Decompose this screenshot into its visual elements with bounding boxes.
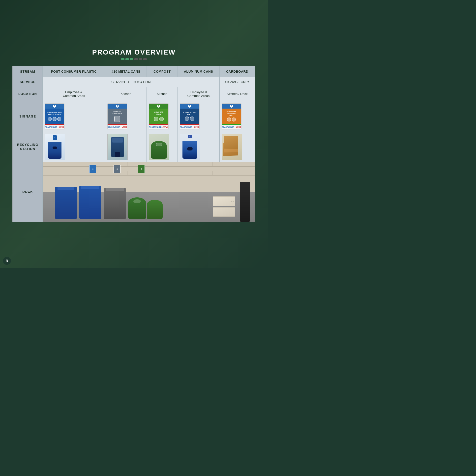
page-wrapper: PROGRAM OVERVIEW STREAM POST CONSUMER PL… (12, 46, 255, 222)
bin-photo-cardboard (222, 134, 242, 160)
location-post-consumer: Employee &Common Areas (43, 87, 105, 101)
sign-mid-post-consumer: POST-CONSUMER PLASTICS ONLY (45, 109, 64, 124)
sign-top-cardboard: R (222, 104, 241, 109)
signage-metal-cans: R #10 METAL CANS ONLY (105, 101, 147, 132)
dock-cart (240, 182, 250, 222)
recycling-station-compost (147, 132, 178, 162)
dock-row: DOCK ♻ (13, 162, 255, 222)
service-education-cell: SERVICE + EDUCATION (43, 77, 220, 87)
sign-footer-aluminum: ROADRÜNNER | UPMC (180, 125, 199, 129)
stream-label: STREAM (13, 66, 43, 77)
sign-top-blue: R (45, 104, 64, 109)
progress-dot-1 (121, 58, 124, 60)
bin-photo-compost (149, 134, 169, 160)
dock-bin-gray (104, 188, 126, 219)
sign-cardboard: R CARDBOARD RECYCLING ONLY (222, 103, 241, 129)
upmc-logo-metal: UPMC (122, 126, 127, 128)
roadrunner-logo-aluminum: ROADRÜNNER (180, 126, 192, 128)
service-row: SERVICE SERVICE + EDUCATION SIGNAGE ONLY (13, 77, 255, 87)
service-cardboard-cell: SIGNAGE ONLY (219, 77, 255, 87)
upmc-logo-compost: UPMC (163, 126, 169, 128)
program-table-container: STREAM POST CONSUMER PLASTIC #10 METAL C… (12, 66, 255, 222)
sign-post-consumer: R POST-CONSUMER PLASTICS ONLY (45, 103, 64, 129)
roadrunner-logo: ROADRÜNNER (45, 126, 58, 128)
signage-cardboard: R CARDBOARD RECYCLING ONLY (219, 101, 255, 132)
program-table: STREAM POST CONSUMER PLASTIC #10 METAL C… (13, 66, 255, 222)
sign-footer: ROADRÜNNER | UPMC (45, 125, 64, 129)
progress-dot-3 (130, 58, 133, 60)
dock-label: DOCK (13, 162, 43, 222)
dock-bin-1-lid (58, 187, 74, 190)
bin-photo-metal (107, 134, 128, 160)
roadrunner-logo-cardboard: ROADRÜNNER (222, 126, 234, 128)
location-compost: Kitchen (147, 87, 178, 101)
location-cardboard: Kitchen / Dock (219, 87, 255, 101)
location-aluminum: Employee &Common Areas (178, 87, 219, 101)
sign-aluminum: R ALUMINUM CANS ONLY (180, 103, 200, 129)
dock-bin-2: 101T008468 (79, 186, 101, 219)
recycling-station-label: RECYCLING STATION (13, 132, 43, 162)
sign-mid-aluminum: ALUMINUM CANS ONLY (180, 109, 199, 124)
brand-logo-r: R (6, 259, 8, 263)
bin-photo-aluminum: ⊟ (180, 134, 200, 160)
upmc-logo-aluminum: UPMC (194, 126, 199, 128)
dock-sign-1: ♻ (89, 165, 96, 173)
col-header-metal-cans: #10 METAL CANS (105, 66, 147, 77)
sign-top-compost: R (149, 104, 168, 109)
roadrunner-logo-metal: ROADRÜNNER (108, 126, 120, 128)
sign-mid-compost: COMPOST ONLY (149, 109, 168, 124)
dock-photo-cell: ♻ ⬡ ♻ (43, 162, 255, 222)
brand-logo-corner: R (3, 257, 11, 265)
dock-sign-3: ♻ (138, 165, 145, 173)
location-metal-cans: Kitchen (105, 87, 147, 101)
upmc-logo: UPMC (59, 126, 64, 128)
progress-indicator (92, 58, 176, 60)
progress-dot-6 (143, 58, 147, 60)
dock-compost-1 (128, 197, 146, 219)
dock-bin-gray-lid (106, 188, 124, 191)
recycling-station-row: RECYCLING STATION ♻ (13, 132, 255, 162)
col-header-cardboard: CARDBOARD (219, 66, 255, 77)
dock-panorama: ♻ ⬡ ♻ (43, 162, 255, 222)
recycling-station-post-consumer: ♻ (43, 132, 105, 162)
recycling-station-cardboard (219, 132, 255, 162)
recycling-station-metal-cans (105, 132, 147, 162)
progress-dot-4 (134, 58, 138, 60)
col-header-compost: COMPOST (147, 66, 178, 77)
upmc-logo-cardboard: UPMC (236, 126, 241, 128)
header-section: PROGRAM OVERVIEW (92, 46, 176, 63)
service-label: SERVICE (13, 77, 43, 87)
progress-dot-5 (139, 58, 142, 60)
dock-wall-signs: ♻ ⬡ ♻ (89, 165, 145, 173)
supply-box-2 (213, 207, 235, 217)
page-title: PROGRAM OVERVIEW (92, 48, 176, 56)
location-label: LOCATION (13, 87, 43, 101)
location-row: LOCATION Employee &Common Areas Kitchen … (13, 87, 255, 101)
sign-mid-metal: #10 METAL CANS ONLY (108, 109, 127, 124)
dock-bin-1: 101T006511 (55, 187, 77, 219)
dock-bin-2-lid (81, 186, 99, 189)
signage-aluminum: R ALUMINUM CANS ONLY (178, 101, 219, 132)
stream-row: STREAM POST CONSUMER PLASTIC #10 METAL C… (13, 66, 255, 77)
col-header-aluminum: ALUMINUM CANS (178, 66, 219, 77)
signage-compost: R COMPOST ONLY (147, 101, 178, 132)
sign-footer-compost: ROADRÜNNER | UPMC (149, 125, 168, 129)
sign-top-metal: R (108, 104, 127, 109)
signage-row: SIGNAGE R POST-CONSUMER PLASTICS ONLY (13, 101, 255, 132)
supply-box-1: 19 24 (213, 196, 235, 206)
bin-photo-plastic: ♻ (45, 134, 65, 160)
dock-sign-2: ⬡ (114, 165, 120, 173)
col-header-post-consumer: POST CONSUMER PLASTIC (43, 66, 105, 77)
roadrunner-logo-compost: ROADRÜNNER (149, 126, 162, 128)
recycling-station-aluminum: ⊟ (178, 132, 219, 162)
sign-top-aluminum: R (180, 104, 199, 109)
sign-mid-cardboard: CARDBOARD RECYCLING ONLY (222, 109, 241, 124)
sign-footer-metal: ROADRÜNNER | UPMC (108, 125, 127, 129)
sign-footer-cardboard: ROADRÜNNER | UPMC (222, 125, 241, 129)
sign-metal-cans: R #10 METAL CANS ONLY (107, 103, 127, 129)
signage-post-consumer: R POST-CONSUMER PLASTICS ONLY (43, 101, 105, 132)
signage-label: SIGNAGE (13, 101, 43, 132)
dock-compost-2 (147, 200, 163, 219)
dock-supplies: 19 24 (213, 196, 235, 217)
sign-compost: R COMPOST ONLY (149, 103, 169, 129)
